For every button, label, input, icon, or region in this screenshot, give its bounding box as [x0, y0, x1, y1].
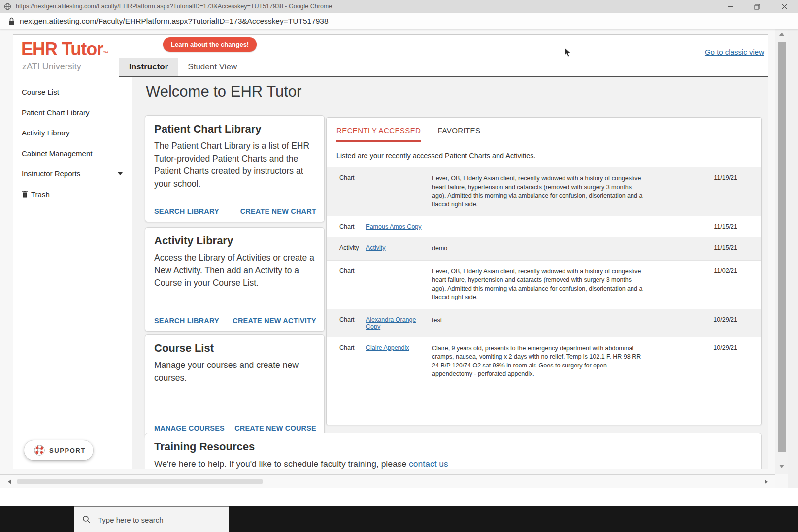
trademark-mark: ™	[103, 50, 108, 56]
tab-student-view[interactable]: Student View	[178, 58, 247, 76]
mouse-cursor	[565, 47, 572, 60]
card-body: Access the Library of Activities or crea…	[154, 252, 315, 290]
ehr-tutor-app: EHR Tutor™ zATI University Learn about t…	[13, 34, 768, 469]
search-library-link[interactable]: SEARCH LIBRARY	[154, 317, 219, 325]
lock-icon	[8, 17, 15, 27]
card-course-list: Course List Manage your courses and crea…	[145, 334, 325, 439]
search-input[interactable]	[97, 507, 225, 532]
minimize-button[interactable]	[722, 0, 739, 13]
row-name-link[interactable]: Claire Appendix	[366, 344, 409, 351]
globe-icon	[4, 3, 11, 12]
scroll-down-arrow[interactable]	[779, 465, 784, 468]
tab-favorites[interactable]: FAVORITES	[438, 126, 481, 140]
sidebar: Course List Patient Chart Library Activi…	[13, 77, 132, 469]
browser-titlebar: https://nextgen.atitesting.com/Faculty/E…	[0, 0, 798, 14]
right-margin	[788, 29, 798, 488]
support-button[interactable]: SUPPORT	[24, 440, 93, 460]
ehr-tutor-logo: EHR Tutor™	[21, 39, 108, 60]
table-row[interactable]: Chart Famous Amos Copy 11/15/21	[327, 216, 761, 237]
card-title: Patient Chart Library	[154, 123, 315, 135]
vertical-scrollbar-thumb[interactable]	[778, 42, 786, 452]
scroll-left-arrow[interactable]	[8, 479, 11, 484]
url-bar[interactable]: nextgen.atitesting.com/Faculty/EHRPlatfo…	[0, 13, 798, 29]
view-tabs: Instructor Student View	[119, 58, 247, 76]
card-patient-chart-library: Patient Chart Library The Patient Chart …	[145, 115, 325, 222]
scroll-right-arrow[interactable]	[765, 479, 768, 484]
table-row[interactable]: Chart Fever, OB, Elderly Asian client, r…	[327, 260, 761, 309]
close-button[interactable]	[776, 0, 793, 13]
life-ring-icon	[33, 444, 45, 456]
table-row[interactable]: Chart Claire Appendix Claire, 9 years ol…	[327, 337, 761, 386]
panel-intro: Listed are your recently accessed Patien…	[327, 142, 761, 167]
table-row[interactable]: Chart Alexandra Orange Copy test 10/29/2…	[327, 309, 761, 337]
learn-changes-badge[interactable]: Learn about the changes!	[163, 37, 257, 52]
card-title: Activity Library	[154, 234, 315, 247]
sidebar-item-instructor-reports[interactable]: Instructor Reports	[13, 164, 132, 184]
card-activity-library: Activity Library Access the Library of A…	[145, 227, 325, 332]
horizontal-scrollbar[interactable]	[0, 474, 775, 488]
create-new-activity-link[interactable]: CREATE NEW ACTIVITY	[233, 317, 316, 325]
sidebar-item-patient-chart-library[interactable]: Patient Chart Library	[13, 102, 132, 123]
row-name-link[interactable]: Famous Amos Copy	[366, 223, 422, 230]
scroll-up-arrow[interactable]	[779, 33, 784, 36]
training-title: Training Resources	[154, 440, 752, 453]
sidebar-item-trash[interactable]: Trash	[13, 184, 132, 205]
sidebar-item-course-list[interactable]: Course List	[13, 82, 132, 102]
sidebar-item-activity-library[interactable]: Activity Library	[13, 123, 132, 143]
panel-tabs: RECENTLY ACCESSED FAVORITES	[327, 118, 761, 142]
trash-icon	[22, 191, 28, 198]
horizontal-scrollbar-thumb[interactable]	[17, 479, 263, 484]
contact-us-link[interactable]: contact us	[409, 459, 448, 469]
training-text: We're here to help. If you'd like to sch…	[154, 459, 752, 469]
search-library-link[interactable]: SEARCH LIBRARY	[154, 207, 219, 215]
main-content: Welcome to EHR Tutor Patient Chart Libra…	[132, 77, 768, 469]
create-new-course-link[interactable]: CREATE NEW COURSE	[234, 424, 316, 432]
chevron-down-icon	[118, 172, 123, 175]
url-text[interactable]: nextgen.atitesting.com/Faculty/EHRPlatfo…	[20, 13, 329, 29]
organization-name: zATI University	[22, 62, 81, 72]
restore-button[interactable]	[749, 0, 765, 13]
windows-taskbar: O P W T1 79°F	[0, 506, 798, 532]
card-body: Manage your courses and create new cours…	[154, 359, 315, 384]
tab-instructor[interactable]: Instructor	[119, 58, 178, 76]
training-resources-card: Training Resources We're here to help. I…	[145, 433, 762, 469]
go-to-classic-view-link[interactable]: Go to classic view	[705, 48, 764, 56]
create-new-chart-link[interactable]: CREATE NEW CHART	[240, 207, 316, 215]
tab-recently-accessed[interactable]: RECENTLY ACCESSED	[336, 126, 421, 142]
search-icon	[82, 515, 91, 526]
card-title: Course List	[154, 342, 315, 355]
taskbar-search-box[interactable]	[74, 506, 229, 532]
table-row[interactable]: Activity Activity demo 11/15/21	[327, 237, 761, 260]
row-name-link[interactable]: Activity	[366, 244, 386, 251]
table-row[interactable]: Chart Fever, OB, Elderly Asian client, r…	[327, 167, 761, 216]
window-title: https://nextgen.atitesting.com/Faculty/E…	[16, 0, 332, 13]
row-name-link[interactable]: Alexandra Orange Copy	[366, 316, 416, 330]
recently-accessed-panel: RECENTLY ACCESSED FAVORITES Listed are y…	[326, 117, 762, 425]
manage-courses-link[interactable]: MANAGE COURSES	[154, 424, 225, 432]
below-page-strip	[0, 488, 798, 506]
sidebar-item-cabinet-management[interactable]: Cabinet Management	[13, 143, 132, 164]
vertical-scrollbar[interactable]	[775, 29, 789, 474]
page-title: Welcome to EHR Tutor	[146, 83, 301, 100]
card-body: The Patient Chart Library is a list of E…	[154, 140, 315, 190]
